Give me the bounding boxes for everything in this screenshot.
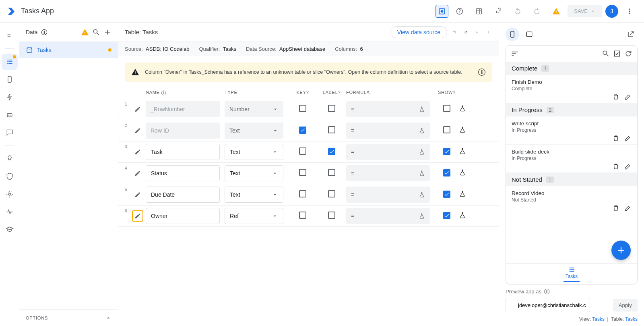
edit-icon[interactable] xyxy=(624,204,632,212)
checkbox[interactable] xyxy=(328,126,335,133)
preview-info-icon[interactable] xyxy=(544,289,550,295)
formula-input[interactable]: = xyxy=(346,123,430,139)
info-icon[interactable] xyxy=(41,29,47,35)
nav-home[interactable] xyxy=(2,27,18,44)
table-link[interactable]: Tasks xyxy=(625,316,638,322)
view-data-source-button[interactable]: View data source xyxy=(390,26,447,38)
edit-icon[interactable] xyxy=(624,135,632,142)
edit-icon[interactable] xyxy=(624,163,632,170)
share-icon[interactable] xyxy=(490,3,506,19)
menu-icon[interactable] xyxy=(621,3,638,19)
checkbox[interactable] xyxy=(443,212,450,219)
add-icon[interactable] xyxy=(103,28,111,36)
avatar[interactable]: J xyxy=(605,5,618,18)
refresh-icon[interactable] xyxy=(462,28,470,36)
phone-view-icon[interactable] xyxy=(506,27,519,41)
checkbox[interactable] xyxy=(443,148,450,155)
flask-icon[interactable] xyxy=(459,169,466,176)
task-item[interactable]: Write scriptIn Progress xyxy=(506,116,637,145)
formula-input[interactable]: = xyxy=(346,101,430,117)
formula-input[interactable]: = xyxy=(346,208,430,224)
formula-input[interactable]: = xyxy=(346,165,430,181)
checkbox[interactable] xyxy=(299,169,306,176)
edit-column-icon[interactable] xyxy=(132,189,143,200)
column-name-input[interactable] xyxy=(146,101,220,117)
checkbox[interactable] xyxy=(443,191,450,198)
edit-column-icon[interactable] xyxy=(132,168,143,179)
flask-icon[interactable] xyxy=(459,126,466,133)
column-name-input[interactable] xyxy=(146,208,220,224)
bottom-tab-tasks[interactable]: Tasks xyxy=(506,263,637,284)
group-header[interactable]: Not Started1 xyxy=(506,173,637,186)
formula-input[interactable]: = xyxy=(346,187,430,203)
checkbox[interactable] xyxy=(328,148,335,155)
tablet-view-icon[interactable] xyxy=(522,27,536,41)
column-type-select[interactable]: Number xyxy=(225,101,283,117)
checkbox[interactable] xyxy=(328,169,335,176)
view-link[interactable]: Tasks xyxy=(592,316,605,322)
delete-icon[interactable] xyxy=(612,93,619,100)
checkbox[interactable] xyxy=(299,190,306,197)
group-header[interactable]: Complete1 xyxy=(506,62,637,75)
nav-views[interactable] xyxy=(2,71,18,87)
checkbox[interactable] xyxy=(299,127,306,134)
column-type-select[interactable]: Text xyxy=(225,165,283,181)
edit-column-icon[interactable] xyxy=(132,210,143,222)
regen-icon[interactable] xyxy=(450,28,458,36)
flask-icon[interactable] xyxy=(459,190,466,197)
nav-chat[interactable] xyxy=(2,125,18,141)
warning-icon[interactable] xyxy=(548,3,564,19)
nav-bots[interactable] xyxy=(2,107,18,123)
warn-icon[interactable] xyxy=(81,28,89,36)
pv-search-icon[interactable] xyxy=(602,50,610,58)
task-item[interactable]: Build slide deckIn Progress xyxy=(506,145,637,173)
pv-refresh-icon[interactable] xyxy=(624,50,632,58)
delete-icon[interactable] xyxy=(612,135,619,142)
nav-actions[interactable] xyxy=(2,89,18,105)
delete-icon[interactable] xyxy=(612,204,619,212)
undo-icon[interactable] xyxy=(510,3,526,19)
fab-add-button[interactable] xyxy=(611,241,631,260)
sort-icon[interactable] xyxy=(511,50,519,58)
column-name-input[interactable] xyxy=(146,165,220,181)
add-column-icon[interactable] xyxy=(473,28,481,36)
nav-security[interactable] xyxy=(2,168,18,185)
checkbox[interactable] xyxy=(299,147,306,155)
column-name-input[interactable] xyxy=(146,187,220,203)
apply-button[interactable]: Apply xyxy=(613,299,638,311)
group-header[interactable]: In Progress2 xyxy=(506,103,637,116)
nav-intelligence[interactable] xyxy=(2,151,18,167)
pv-select-icon[interactable] xyxy=(613,50,621,58)
column-name-input[interactable] xyxy=(146,123,220,139)
grid-icon[interactable] xyxy=(471,3,487,19)
task-item[interactable]: Finish DemoComplete xyxy=(506,75,637,103)
redo-icon[interactable] xyxy=(529,3,545,19)
edit-column-icon[interactable] xyxy=(132,146,143,158)
column-type-select[interactable]: Text xyxy=(225,123,283,139)
column-type-select[interactable]: Ref xyxy=(225,208,283,224)
checkbox[interactable] xyxy=(443,105,450,112)
nav-monitor[interactable] xyxy=(2,204,18,220)
help-icon[interactable]: ? xyxy=(452,3,468,19)
deploy-icon[interactable] xyxy=(436,5,448,18)
formula-input[interactable]: = xyxy=(346,144,430,160)
checkbox[interactable] xyxy=(328,190,335,197)
nav-data[interactable] xyxy=(2,54,18,70)
checkbox[interactable] xyxy=(299,105,306,112)
edit-icon[interactable] xyxy=(624,93,632,100)
column-name-input[interactable] xyxy=(146,144,220,160)
checkbox[interactable] xyxy=(443,126,450,133)
edit-column-icon[interactable] xyxy=(132,104,143,115)
flask-icon[interactable] xyxy=(459,147,466,155)
nav-learn[interactable] xyxy=(2,222,18,238)
column-type-select[interactable]: Text xyxy=(225,144,283,160)
flask-icon[interactable] xyxy=(459,105,466,112)
nav-settings[interactable] xyxy=(2,186,18,202)
checkbox[interactable] xyxy=(443,169,450,176)
options-section[interactable]: OPTIONS xyxy=(19,309,118,326)
task-item[interactable]: Record VideoNot Started xyxy=(506,186,637,214)
checkbox[interactable] xyxy=(328,105,335,112)
edit-column-icon[interactable] xyxy=(132,125,143,136)
preview-email-input[interactable] xyxy=(506,298,590,312)
checkbox[interactable] xyxy=(299,212,306,219)
